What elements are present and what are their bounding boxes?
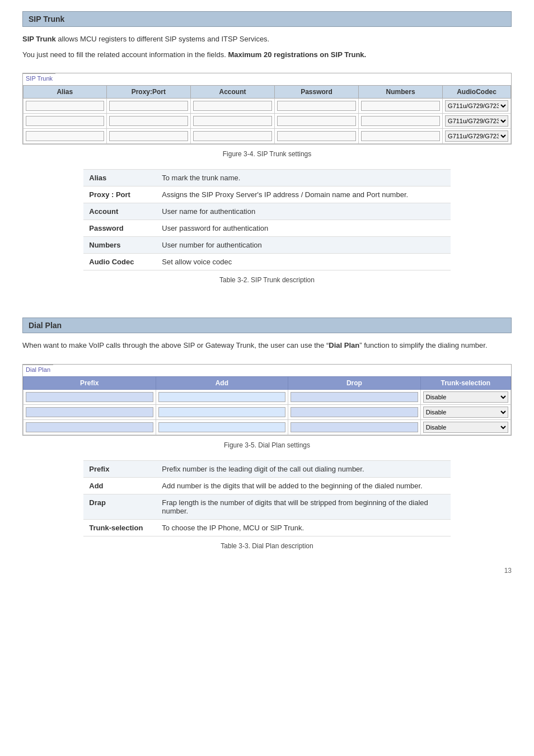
dial-plan-header-row: Prefix Add Drop Trunk-selection bbox=[24, 376, 511, 389]
col-proxy-port: Proxy:Port bbox=[106, 86, 191, 99]
dial-plan-desc-table: Prefix Prefix number is the leading digi… bbox=[83, 460, 451, 536]
sip-row2-password bbox=[274, 114, 358, 129]
trunk-select-3[interactable]: Disable bbox=[423, 422, 508, 433]
sip-row1-alias bbox=[24, 99, 107, 114]
password-input-1[interactable] bbox=[277, 101, 356, 111]
desc-def-account: User name for authentication bbox=[156, 203, 451, 220]
desc-term-trunk-selection: Trunk-selection bbox=[83, 519, 156, 536]
account-input-3[interactable] bbox=[193, 131, 272, 141]
dial-row1-add bbox=[156, 389, 288, 404]
desc-def-numbers: User number for authentication bbox=[156, 237, 451, 254]
sip-row1-numbers bbox=[359, 99, 443, 114]
prefix-input-2[interactable] bbox=[26, 407, 153, 417]
desc-term-numbers: Numbers bbox=[83, 237, 156, 254]
desc-term-prefix: Prefix bbox=[83, 460, 156, 477]
desc-term-account: Account bbox=[83, 203, 156, 220]
add-input-2[interactable] bbox=[158, 407, 286, 417]
desc-row-add: Add Add number is the digits that will b… bbox=[83, 477, 451, 494]
sip-trunk-title: SIP Trunk bbox=[29, 15, 64, 24]
desc-def-audiocodec: Set allow voice codec bbox=[156, 254, 451, 270]
desc-row-proxy: Proxy : Port Assigns the SIP Proxy Serve… bbox=[83, 186, 451, 203]
sip-trunk-table-caption: Table 3-2. SIP Trunk description bbox=[22, 276, 512, 284]
dial-plan-title: Dial Plan bbox=[29, 321, 62, 330]
sip-row2-numbers bbox=[359, 114, 443, 129]
dial-row3-trunk: Disable bbox=[420, 419, 510, 435]
proxy-input-3[interactable] bbox=[109, 131, 189, 141]
sip-row3-account bbox=[191, 129, 275, 144]
dial-row2-drop bbox=[288, 404, 421, 419]
trunk-select-2[interactable]: Disable bbox=[423, 407, 508, 418]
sip-trunk-figure-caption: Figure 3-4. SIP Trunk settings bbox=[22, 150, 512, 158]
sip-trunk-table-label: SIP Trunk bbox=[23, 73, 55, 83]
alias-input-2[interactable] bbox=[26, 116, 104, 126]
audiocodec-select-1[interactable]: G711u/G729/G723 bbox=[445, 100, 508, 111]
alias-input-1[interactable] bbox=[26, 101, 104, 111]
audiocodec-select-2[interactable]: G711u/G729/G723 bbox=[445, 115, 508, 127]
sip-trunk-header: SIP Trunk bbox=[22, 11, 512, 27]
trunk-select-1[interactable]: Disable bbox=[423, 391, 508, 403]
dial-plan-section: Dial Plan When want to make VoIP calls t… bbox=[22, 318, 512, 550]
account-input-2[interactable] bbox=[193, 116, 272, 126]
desc-def-proxy: Assigns the SIP Proxy Server's IP addres… bbox=[156, 186, 451, 203]
numbers-input-3[interactable] bbox=[361, 131, 440, 141]
sip-trunk-desc2-bold: Maximum 20 registrations on SIP Trunk. bbox=[228, 50, 366, 59]
numbers-input-2[interactable] bbox=[361, 116, 440, 126]
desc-def-add: Add number is the digits that will be ad… bbox=[156, 477, 451, 494]
dial-row-1: Disable bbox=[24, 389, 511, 404]
sip-trunk-section: SIP Trunk SIP Trunk allows MCU registers… bbox=[22, 11, 512, 284]
drop-input-1[interactable] bbox=[291, 392, 418, 402]
sip-trunk-header-row: Alias Proxy:Port Account Password Number… bbox=[24, 86, 511, 99]
dial-plan-table-wrapper: Dial Plan Prefix Add Drop Trunk-selectio… bbox=[22, 364, 512, 436]
dial-plan-desc1: When want to make VoIP calls through the… bbox=[22, 340, 512, 351]
desc-term-password: Password bbox=[83, 220, 156, 237]
account-input-1[interactable] bbox=[193, 101, 272, 111]
dial-row-3: Disable bbox=[24, 419, 511, 435]
add-input-1[interactable] bbox=[158, 392, 286, 402]
sip-row3-password bbox=[274, 129, 358, 144]
dial-row1-trunk: Disable bbox=[420, 389, 510, 404]
dial-plan-bold: Dial Plan bbox=[329, 341, 359, 349]
desc-row-numbers: Numbers User number for authentication bbox=[83, 237, 451, 254]
col-add: Add bbox=[156, 376, 288, 389]
numbers-input-1[interactable] bbox=[361, 101, 440, 111]
desc-row-drap: Drap Frap length is the number of digits… bbox=[83, 494, 451, 519]
password-input-3[interactable] bbox=[277, 131, 356, 141]
dial-row-2: Disable bbox=[24, 404, 511, 419]
audiocodec-select-3[interactable]: G711u/G729/G723 bbox=[445, 130, 508, 142]
drop-input-3[interactable] bbox=[291, 422, 418, 432]
dial-plan-table: Prefix Add Drop Trunk-selection Disable bbox=[23, 376, 511, 435]
dial-plan-figure-caption: Figure 3-5. Dial Plan settings bbox=[22, 441, 512, 449]
alias-input-3[interactable] bbox=[26, 131, 104, 141]
desc-term-proxy: Proxy : Port bbox=[83, 186, 156, 203]
dial-row3-prefix bbox=[24, 419, 156, 435]
desc-def-prefix: Prefix number is the leading digit of th… bbox=[156, 460, 451, 477]
desc-row-prefix: Prefix Prefix number is the leading digi… bbox=[83, 460, 451, 477]
sip-row3-proxy bbox=[106, 129, 191, 144]
dial-row1-prefix bbox=[24, 389, 156, 404]
desc-row-alias: Alias To mark the trunk name. bbox=[83, 170, 451, 186]
desc-term-audiocodec: Audio Codec bbox=[83, 254, 156, 270]
dial-row3-add bbox=[156, 419, 288, 435]
desc-term-alias: Alias bbox=[83, 170, 156, 186]
sip-trunk-tbody: G711u/G729/G723 G711u/G729/G723 bbox=[24, 99, 511, 144]
sip-row3-numbers bbox=[359, 129, 443, 144]
dial-plan-table-caption: Table 3-3. Dial Plan description bbox=[22, 542, 512, 550]
desc-row-account: Account User name for authentication bbox=[83, 203, 451, 220]
drop-input-2[interactable] bbox=[291, 407, 418, 417]
password-input-2[interactable] bbox=[277, 116, 356, 126]
dial-plan-table-label: Dial Plan bbox=[23, 365, 53, 374]
sip-trunk-desc2: You just need to fill the related accoun… bbox=[22, 49, 512, 60]
sip-row2-audiocodec: G711u/G729/G723 bbox=[443, 114, 511, 129]
col-alias: Alias bbox=[24, 86, 107, 99]
sip-row2-proxy bbox=[106, 114, 191, 129]
proxy-input-2[interactable] bbox=[109, 116, 189, 126]
add-input-3[interactable] bbox=[158, 422, 286, 432]
prefix-input-3[interactable] bbox=[26, 422, 153, 432]
sip-trunk-desc1: SIP Trunk allows MCU registers to differ… bbox=[22, 34, 512, 45]
desc-def-drap: Frap length is the number of digits that… bbox=[156, 494, 451, 519]
prefix-input-1[interactable] bbox=[26, 392, 153, 402]
dial-row3-drop bbox=[288, 419, 421, 435]
sip-trunk-desc-table: Alias To mark the trunk name. Proxy : Po… bbox=[83, 169, 451, 270]
sip-trunk-desc1-text: allows MCU registers to different SIP sy… bbox=[58, 35, 269, 43]
proxy-input-1[interactable] bbox=[109, 101, 189, 111]
